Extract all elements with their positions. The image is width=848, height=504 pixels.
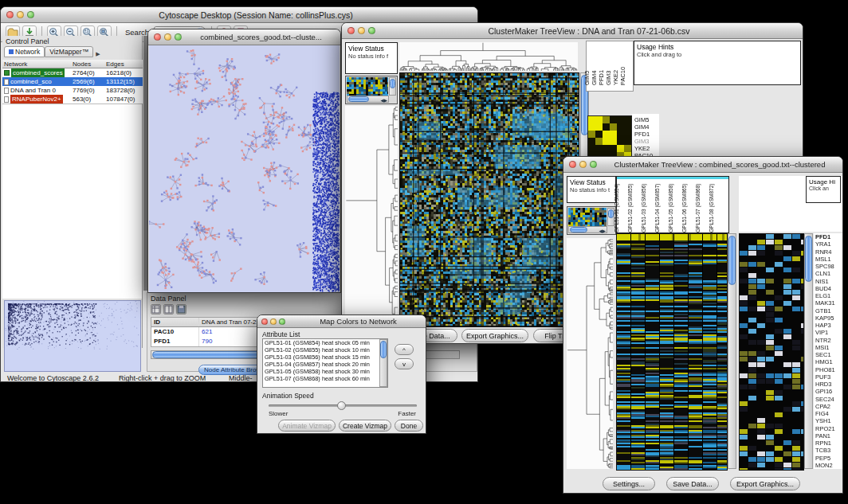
tab-overflow-icon[interactable]: ▶ [96,51,100,57]
secondary-heatmap[interactable] [739,233,804,471]
vscroll-thumb[interactable] [390,79,395,88]
gene-label[interactable]: MON2 [814,462,842,469]
attribute-item[interactable]: GPL51-03 (GSM856) heat shock 15 min [263,354,387,361]
save-data-button[interactable]: Save Data... [666,477,719,490]
gene-label[interactable]: FIG4 [814,410,842,417]
heatmap[interactable] [616,233,728,471]
network-row[interactable]: DNA and Tran 07769(0)183728(0) [2,86,143,95]
animate-vizmap-button[interactable]: Animate Vizmap [278,420,336,432]
correlation-matrix[interactable] [587,115,632,160]
network-titlebar[interactable]: combined_scores_good.txt--cluste... [148,29,340,45]
table-icon[interactable] [151,304,161,315]
move-down-button[interactable]: v [395,358,414,369]
birdseye-view[interactable] [4,300,141,372]
nav-vscrollbar[interactable] [389,77,396,96]
gene-label[interactable]: HRD3 [814,381,842,388]
treeview2-titlebar[interactable]: ClusterMaker TreeView : combined_scores_… [563,157,842,173]
gene-label[interactable]: RPO21 [814,425,842,432]
nav-hscrollbar[interactable]: ◀▶ [347,96,389,103]
close-icon[interactable] [347,27,355,34]
gene-label[interactable]: SEC24 [814,396,842,403]
tab-network[interactable]: Network [4,46,45,57]
gene-label[interactable]: HMG1 [814,358,842,365]
attribute-item[interactable]: GPL51-04 (GSM857) heat shock 20 min [263,361,387,368]
animation-speed-slider[interactable] [269,404,417,407]
gene-list[interactable]: PFD1YRA1RNR4MSL1SPC98CLN1NIS1BUD4ELG1MAK… [814,233,842,469]
gene-label[interactable]: MSI1 [814,344,842,351]
list-vscrollbar[interactable] [379,339,387,387]
gene-label[interactable]: PFD1 [814,233,842,240]
network-row[interactable]: RNAPuberNov2+563(0)107847(0) [2,95,143,104]
gene-label[interactable]: PEP5 [814,455,842,462]
export-graphics-button[interactable]: Export Graphics... [461,329,528,342]
nav-thumbnail[interactable]: ◀▶ [345,76,398,104]
move-up-button[interactable]: ^ [395,344,414,355]
tab-vizmapper[interactable]: VizMapper™ [45,46,93,57]
gene-label[interactable]: YRA1 [814,240,842,248]
gene-label[interactable]: ELG1 [814,292,842,299]
gene-label[interactable]: GPI16 [814,388,842,395]
attribute-item[interactable]: GPL51-07 (GSM868) heat shock 60 min [263,375,387,382]
done-button[interactable]: Done [395,420,423,432]
row-dendrogram[interactable] [567,238,613,469]
gene-label[interactable]: PAN1 [814,432,842,440]
minimize-icon[interactable] [358,27,365,34]
hscroll-thumb[interactable] [348,96,369,102]
gene-label[interactable]: PUF3 [814,373,842,381]
col-nodes[interactable]: Nodes [73,60,106,68]
gene-label[interactable]: NTR2 [814,337,842,344]
close-icon[interactable] [569,161,576,168]
maximize-icon[interactable] [175,33,182,41]
col-network[interactable]: Network [2,60,73,68]
vscroll-thumb[interactable] [805,236,812,282]
gene-label[interactable]: BUD4 [814,285,842,292]
maximize-icon[interactable] [27,11,34,18]
slider-thumb[interactable] [337,401,346,410]
maximize-icon[interactable] [368,27,375,34]
gene-label[interactable]: RPN1 [814,440,842,447]
nav-hscrollbar[interactable]: ◀▶ [568,226,607,233]
gene-label[interactable]: CPA2 [814,403,842,410]
scroll-arrows-icon[interactable]: ◀▶ [381,97,387,104]
gene-label[interactable]: RNR4 [814,248,842,256]
gene-label[interactable]: TCB3 [814,447,842,454]
attribute-item[interactable]: GPL51-02 (GSM855) heat shock 10 min [263,346,387,354]
save-table-icon[interactable] [176,304,186,315]
dialog-titlebar[interactable]: Map Colors to Network [257,315,426,328]
network-row[interactable]: combined_sco2569(6)13112(15) [2,77,143,86]
col-id[interactable]: ID [151,318,199,326]
gene-label[interactable]: PHO81 [814,366,842,373]
network-canvas[interactable] [149,45,340,292]
network-row[interactable]: combined_scores2764(0)16218(0) [2,68,143,77]
attribute-list[interactable]: GPL51-01 (GSM854) heat shock 05 minGPL51… [262,338,388,388]
gene-label[interactable]: GTB1 [814,307,842,315]
vscroll-thumb[interactable] [728,236,736,285]
row-dendrogram[interactable] [345,106,398,326]
gene-label[interactable]: HAP3 [814,322,842,329]
gene-label[interactable]: NIS1 [814,278,842,285]
export-graphics-button[interactable]: Export Graphics... [730,477,800,490]
heatmap-vscrollbar[interactable] [728,233,736,469]
settings-button[interactable]: Settings... [603,477,655,490]
gene-label[interactable]: SEC1 [814,351,842,358]
col-edges[interactable]: Edges [106,60,141,68]
columns-icon[interactable] [163,304,174,315]
minimize-icon[interactable] [17,11,24,18]
gene-label[interactable]: VIP1 [814,329,842,336]
minimize-icon[interactable] [270,318,277,325]
gene-label[interactable]: CLN1 [814,270,842,277]
cytoscape-titlebar[interactable]: Cytoscape Desktop (Session Name: collins… [1,7,477,23]
minimize-icon[interactable] [579,161,587,168]
close-icon[interactable] [261,318,268,325]
gene-label[interactable]: MSL1 [814,256,842,263]
minimize-icon[interactable] [164,33,171,41]
treeview1-titlebar[interactable]: ClusterMaker TreeView : DNA and Tran 07-… [342,23,803,39]
close-icon[interactable] [6,11,14,18]
gene-label[interactable]: MAK31 [814,299,842,307]
vscroll-thumb[interactable] [380,341,387,358]
gene-label[interactable]: SPC98 [814,263,842,270]
gene-label[interactable]: YSH1 [814,417,842,424]
gene-label[interactable]: KAP95 [814,315,842,322]
close-icon[interactable] [154,33,161,41]
create-vizmap-button[interactable]: Create Vizmap [339,420,391,432]
